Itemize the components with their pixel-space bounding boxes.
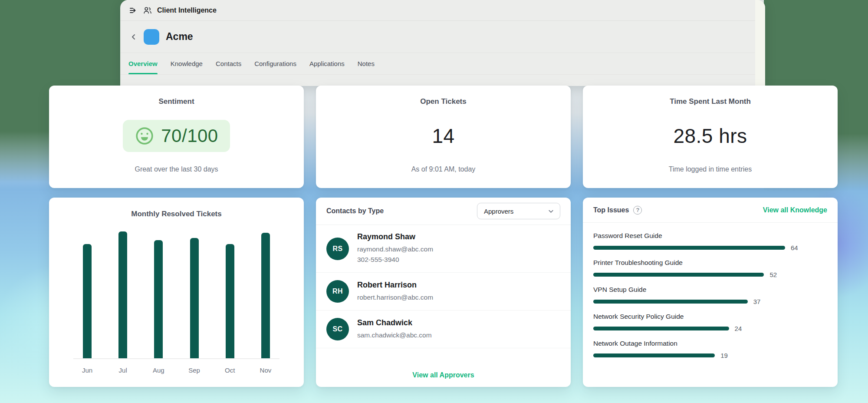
contact-list: RSRaymond Shawraymond.shaw@abc.com302-55… (316, 225, 571, 364)
issue-bar-row: 64 (593, 244, 827, 251)
tab-bar: OverviewKnowledgeContactsConfigurationsA… (120, 53, 765, 75)
window-title: Client Intelligence (157, 7, 217, 14)
monthly-resolved-tickets-card: Monthly Resolved Tickets JunJulAugSepOct… (49, 198, 304, 387)
issue-bar (593, 273, 764, 277)
card-title: Top Issues (593, 206, 629, 214)
x-axis-tick-label: Jul (109, 367, 137, 374)
issue-item[interactable]: Network Security Policy Guide24 (593, 313, 827, 332)
issue-item[interactable]: Password Reset Guide64 (593, 232, 827, 251)
issue-item[interactable]: Network Outage Information19 (593, 340, 827, 359)
card-subtext: As of 9:01 AM, today (411, 165, 476, 173)
issue-label: Network Security Policy Guide (593, 313, 827, 320)
time-spent-card: Time Spent Last Month 28.5 hrs Time logg… (583, 86, 838, 188)
issue-value: 64 (791, 244, 798, 251)
issue-value: 19 (720, 352, 728, 359)
contact-email: sam.chadwick@abc.com (357, 330, 432, 340)
sentiment-score: 70/100 (161, 126, 218, 146)
tab-configurations[interactable]: Configurations (254, 53, 296, 74)
issue-label: Network Outage Information (593, 340, 827, 347)
avatar: SC (326, 318, 349, 340)
issue-label: Password Reset Guide (593, 232, 827, 240)
contact-name: Sam Chadwick (357, 318, 432, 327)
issue-bar-row: 24 (593, 325, 827, 332)
issue-item[interactable]: Printer Troubleshooting Guide52 (593, 259, 827, 278)
chart-bar (83, 244, 92, 358)
tab-applications[interactable]: Applications (309, 53, 345, 74)
card-title: Sentiment (158, 97, 194, 106)
contact-email: raymond.shaw@abc.com (357, 244, 433, 254)
issue-bar (593, 300, 748, 304)
contact-row[interactable]: SCSam Chadwicksam.chadwick@abc.com (316, 311, 571, 348)
client-header: Acme (120, 21, 765, 53)
chart-bar (226, 244, 234, 358)
help-circle-icon[interactable]: ? (633, 206, 642, 215)
panel-expand-icon[interactable] (128, 6, 138, 15)
issue-bar (593, 246, 785, 250)
contact-row[interactable]: RHRobert Harrisonrobert.harrison@abc.com (316, 273, 571, 311)
chart-bar (154, 240, 163, 358)
contacts-by-type-card: Contacts by Type Approvers RSRaymond Sha… (316, 198, 571, 387)
scrollbar-gutter (755, 0, 765, 86)
avatar: RH (326, 280, 349, 303)
top-issues-list: Password Reset Guide64Printer Troublesho… (583, 223, 838, 367)
x-axis-tick-label: Nov (252, 367, 279, 374)
window-topbar: Client Intelligence (120, 0, 765, 21)
tab-overview[interactable]: Overview (128, 53, 158, 74)
contacts-card-header: Contacts by Type Approvers (316, 198, 571, 225)
issue-label: VPN Setup Guide (593, 286, 827, 294)
client-name: Acme (166, 31, 193, 43)
chart-bar (190, 238, 199, 358)
issue-bar-row: 37 (593, 298, 827, 305)
contact-info: Robert Harrisonrobert.harrison@abc.com (357, 281, 433, 303)
contact-name: Raymond Shaw (357, 232, 433, 241)
card-title: Open Tickets (420, 97, 466, 106)
contact-email: robert.harrison@abc.com (357, 292, 433, 303)
bar-column: Oct (216, 240, 244, 358)
issue-value: 52 (769, 271, 777, 278)
contacts-card-footer: View all Approvers (316, 364, 571, 387)
issue-bar (593, 327, 729, 330)
tab-notes[interactable]: Notes (358, 53, 375, 74)
app-window: Client Intelligence Acme OverviewKnowled… (120, 0, 765, 86)
contact-info: Sam Chadwicksam.chadwick@abc.com (357, 318, 432, 340)
issue-bar (593, 353, 715, 357)
bar-column: Nov (252, 240, 279, 358)
sentiment-badge: 70/100 (123, 120, 230, 152)
contact-row[interactable]: RSRaymond Shawraymond.shaw@abc.com302-55… (316, 225, 571, 273)
tab-knowledge[interactable]: Knowledge (171, 53, 203, 74)
view-all-knowledge-link[interactable]: View all Knowledge (763, 206, 827, 214)
contact-name: Robert Harrison (357, 281, 433, 290)
chevron-down-icon (548, 208, 554, 215)
issue-bar-row: 19 (593, 352, 827, 359)
bar-column: Aug (145, 240, 172, 358)
sentiment-card: Sentiment 70/100 Great over the last 30 … (49, 86, 304, 188)
issue-item[interactable]: VPN Setup Guide37 (593, 286, 827, 305)
card-title: Time Spent Last Month (670, 97, 751, 106)
time-spent-value: 28.5 hrs (673, 124, 747, 148)
contact-type-select[interactable]: Approvers (477, 203, 560, 219)
issue-label: Printer Troubleshooting Guide (593, 259, 827, 267)
issue-bar-row: 52 (593, 271, 827, 278)
chevron-left-icon (130, 33, 137, 40)
client-logo (144, 29, 159, 45)
open-tickets-card: Open Tickets 14 As of 9:01 AM, today (316, 86, 571, 188)
contact-info: Raymond Shawraymond.shaw@abc.com302-555-… (357, 232, 433, 265)
contact-phone: 302-555-3940 (357, 254, 433, 265)
back-button[interactable] (127, 30, 140, 43)
chart-bar (118, 231, 127, 358)
x-axis-tick-label: Oct (216, 367, 244, 374)
avatar: RS (326, 238, 349, 260)
users-icon (143, 6, 152, 15)
issue-value: 24 (735, 325, 742, 332)
x-axis-tick-label: Jun (73, 367, 101, 374)
bar-chart: JunJulAugSepOctNov (73, 240, 279, 359)
bar-column: Sep (181, 240, 208, 358)
issue-value: 37 (753, 298, 761, 305)
chart-title: Monthly Resolved Tickets (49, 210, 304, 218)
smiley-face-icon (135, 126, 155, 146)
x-axis-tick-label: Aug (145, 367, 172, 374)
select-value: Approvers (484, 208, 513, 215)
card-subtext: Time logged in time entries (669, 165, 752, 173)
view-all-approvers-link[interactable]: View all Approvers (412, 371, 474, 379)
tab-contacts[interactable]: Contacts (216, 53, 241, 74)
